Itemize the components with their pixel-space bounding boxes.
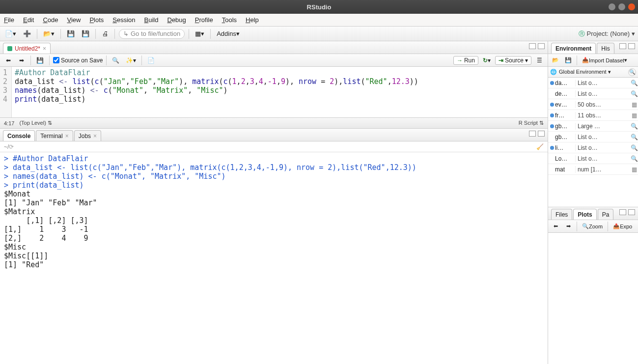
clear-console-icon[interactable]: 🧹 (536, 143, 544, 150)
plot-back-button[interactable]: ⬅ (550, 221, 561, 232)
new-project-button[interactable]: ➕ (21, 28, 33, 39)
maximize-pane-icon[interactable] (628, 43, 635, 49)
tab-environment[interactable]: Environment (551, 43, 596, 54)
source-button[interactable]: ⇥Source ▾ (495, 56, 531, 65)
inspect-icon[interactable]: 🔍 (630, 80, 638, 86)
tab-console[interactable]: Console (3, 130, 35, 141)
outline-button[interactable]: ☰ (534, 55, 545, 66)
console-output[interactable]: > #Author DataFlair> data_list <- list(c… (0, 152, 548, 364)
menu-build[interactable]: Build (144, 16, 159, 24)
r-file-icon (7, 46, 12, 51)
project-menu[interactable]: Ⓡ Project: (None) ▾ (579, 29, 635, 38)
env-row[interactable]: gb…List o…🔍 (548, 132, 638, 142)
tab-plots[interactable]: Plots (573, 209, 596, 220)
env-row[interactable]: da…List o…🔍 (548, 78, 638, 88)
load-workspace-button[interactable]: 📂 (550, 55, 561, 66)
menu-help[interactable]: Help (246, 16, 259, 24)
menu-tools[interactable]: Tools (222, 16, 237, 24)
addins-button[interactable]: Addins ▾ (215, 28, 242, 39)
env-row[interactable]: Lo…List o…🔍 (548, 153, 638, 164)
search-environment-button[interactable]: 🔍 (628, 68, 636, 76)
source-editor[interactable]: 1234 #Author DataFlairdata_list <- list(… (0, 67, 548, 117)
inspect-icon[interactable]: 🔍 (630, 90, 638, 97)
new-file-button[interactable]: 📄▾ (3, 28, 18, 39)
env-row[interactable]: fr…11 obs…▦ (548, 110, 638, 121)
inspect-icon[interactable]: 🔍 (630, 155, 638, 162)
scope-selector[interactable]: Global Environment ▾ (559, 69, 611, 75)
file-type-selector[interactable]: R Script ⇅ (519, 120, 544, 126)
back-button[interactable]: ⬅ (3, 55, 14, 66)
env-row[interactable]: de…List o…🔍 (548, 88, 638, 99)
inspect-icon[interactable]: ▦ (630, 101, 638, 108)
tab-pa[interactable]: Pa (598, 209, 614, 220)
tab-his[interactable]: His (597, 43, 614, 54)
separator (210, 29, 211, 39)
env-row[interactable]: gb…Large …🔍 (548, 121, 638, 132)
env-row[interactable]: li…List o…🔍 (548, 142, 638, 153)
save-button[interactable]: 💾 (65, 28, 77, 39)
minimize-pane-icon[interactable] (529, 43, 536, 49)
separator (37, 29, 37, 39)
project-label: Project: (None) (587, 30, 630, 37)
env-row[interactable]: ev…50 obs…▦ (548, 99, 638, 110)
forward-button[interactable]: ➡ (16, 55, 27, 66)
inspect-icon[interactable]: 🔍 (630, 134, 638, 140)
rerun-button[interactable]: ↻▾ (481, 55, 493, 66)
menu-session[interactable]: Session (112, 16, 135, 24)
source-on-save-checkbox[interactable]: Source on Save (53, 57, 103, 64)
main-toolbar: 📄▾ ➕ 📂▾ 💾 💾 🖨 ↳ Go to file/function ▦▾ A… (0, 27, 638, 41)
inspect-icon[interactable]: 🔍 (630, 144, 638, 151)
minimize-pane-icon[interactable] (619, 209, 626, 215)
wand-button[interactable]: ✨▾ (124, 55, 138, 66)
menu-file[interactable]: File (4, 16, 14, 24)
menu-profile[interactable]: Profile (195, 16, 213, 24)
menu-debug[interactable]: Debug (167, 16, 186, 24)
menu-view[interactable]: View (67, 16, 81, 24)
maximize-pane-icon[interactable] (628, 209, 635, 215)
run-button[interactable]: →Run (453, 56, 478, 65)
inspect-icon[interactable]: ▦ (630, 166, 638, 173)
zoom-button[interactable]: 🔍 Zoom (580, 221, 605, 232)
separator (114, 29, 115, 39)
tab-terminal[interactable]: Terminal× (36, 130, 73, 141)
maximize-pane-icon[interactable] (538, 43, 545, 49)
console-tabs: ConsoleTerminal×Jobs× (0, 129, 548, 141)
r-logo-icon: Ⓡ (579, 29, 585, 38)
compile-report-button[interactable]: 📄 (145, 55, 157, 66)
tab-jobs[interactable]: Jobs× (74, 130, 101, 141)
find-button[interactable]: 🔍 (110, 55, 121, 66)
separator (95, 29, 96, 39)
close-tab-icon[interactable]: × (93, 133, 97, 140)
grid-button[interactable]: ▦▾ (193, 28, 206, 39)
maximize-button[interactable] (618, 3, 625, 10)
export-button[interactable]: 📤 Expo (611, 221, 634, 232)
source-tabs: Untitled2* × (0, 41, 548, 54)
plot-forward-button[interactable]: ➡ (563, 221, 574, 232)
minimize-pane-icon[interactable] (619, 43, 626, 49)
open-file-button[interactable]: 📂▾ (41, 28, 56, 39)
menu-edit[interactable]: Edit (23, 16, 34, 24)
close-tab-icon[interactable]: × (65, 133, 69, 140)
plots-toolbar: ⬅ ➡ 🔍 Zoom 📤 Expo (548, 220, 638, 233)
menu-plots[interactable]: Plots (89, 16, 104, 24)
inspect-icon[interactable]: 🔍 (630, 123, 638, 130)
close-button[interactable] (628, 3, 635, 10)
goto-file-input[interactable]: ↳ Go to file/function (119, 29, 185, 39)
menu-code[interactable]: Code (43, 16, 58, 24)
save-workspace-button[interactable]: 💾 (563, 55, 574, 66)
scope-selector[interactable]: (Top Level) ⇅ (19, 120, 52, 126)
close-tab-icon[interactable]: × (43, 45, 46, 52)
tab-files[interactable]: Files (551, 209, 572, 220)
save-all-button[interactable]: 💾 (80, 28, 91, 39)
goto-file-placeholder: Go to file/function (131, 30, 180, 37)
print-button[interactable]: 🖨 (100, 28, 111, 39)
save-source-button[interactable]: 💾 (34, 55, 46, 66)
env-row[interactable]: matnum [1…▦ (548, 164, 638, 175)
minimize-pane-icon[interactable] (529, 131, 536, 137)
source-tab[interactable]: Untitled2* × (3, 43, 51, 54)
maximize-pane-icon[interactable] (538, 131, 545, 137)
inspect-icon[interactable]: ▦ (630, 112, 638, 119)
import-dataset-button[interactable]: 📥 Import Dataset ▾ (580, 55, 629, 66)
files-tabs: FilesPlotsPa (548, 207, 638, 220)
minimize-button[interactable] (609, 3, 615, 10)
